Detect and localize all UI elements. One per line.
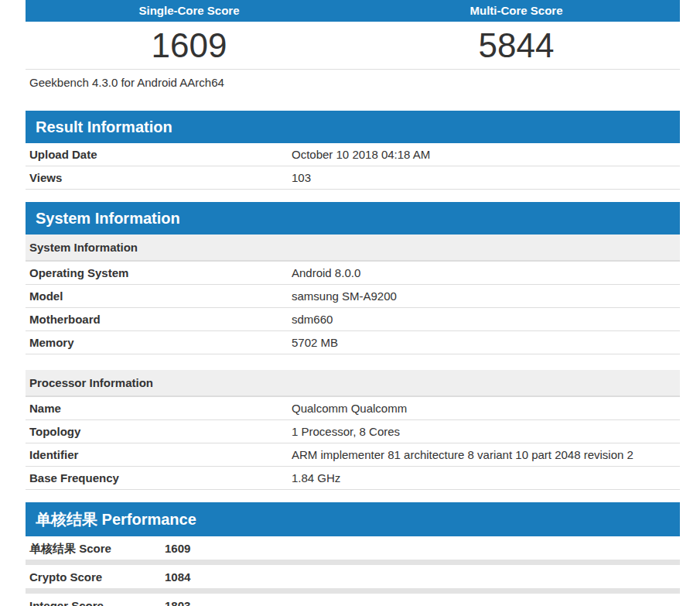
table-row: Base Frequency 1.84 GHz [26,467,680,490]
row-value: 1609 [165,540,676,556]
row-value: 1.84 GHz [292,470,676,486]
row-label: Topology [29,423,292,440]
row-label: Operating System [29,265,292,281]
result-page: Single-Core Score Multi-Core Score 1609 … [26,0,680,606]
multi-core-score-header: Multi-Core Score [353,0,680,22]
table-row: Motherboard sdm660 [26,308,680,331]
score-banner-header: Single-Core Score Multi-Core Score [26,0,680,22]
row-label: Motherboard [29,311,292,327]
row-label: Crypto Score [29,569,165,585]
system-information-subheader: System Information [26,235,680,262]
single-core-score-value: 1609 [26,22,353,69]
row-value: Qualcomm Qualcomm [292,400,676,416]
table-row: Name Qualcomm Qualcomm [26,397,680,420]
row-value: 1803 [165,597,676,606]
row-value: October 10 2018 04:18 AM [292,146,676,163]
geekbench-version-caption: Geekbench 4.3.0 for Android AArch64 [26,70,680,95]
row-value: samsung SM-A9200 [292,288,676,304]
processor-information-subheader: Processor Information [26,370,680,397]
single-core-score-header: Single-Core Score [26,0,353,22]
table-row: Memory 5702 MB [26,331,680,354]
result-information-table: Upload Date October 10 2018 04:18 AM Vie… [26,143,680,190]
system-information-header: System Information [26,202,680,235]
table-row: Integer Score 1803 [26,594,680,606]
table-row: Crypto Score 1084 [26,565,680,594]
row-label: Views [29,169,292,186]
row-label: Model [29,288,292,304]
multi-core-score-value: 5844 [353,22,680,69]
table-row: Upload Date October 10 2018 04:18 AM [26,143,680,166]
single-core-performance-header: 单核结果 Performance [26,502,680,536]
performance-table: 单核结果 Score 1609 Crypto Score 1084 Intege… [26,536,680,606]
processor-information-table: Name Qualcomm Qualcomm Topology 1 Proces… [26,397,680,490]
row-label: Integer Score [29,597,165,606]
row-value: ARM implementer 81 architecture 8 varian… [292,447,676,463]
table-row: Model samsung SM-A9200 [26,285,680,308]
table-row: 单核结果 Score 1609 [26,536,680,565]
row-label: Identifier [29,447,292,463]
table-row: Views 103 [26,166,680,190]
row-value: Android 8.0.0 [292,265,676,281]
row-value: 5702 MB [292,334,676,351]
result-information-header: Result Information [26,111,680,143]
system-information-table: Operating System Android 8.0.0 Model sam… [26,262,680,354]
score-banner-values: 1609 5844 [26,22,680,70]
row-value: 103 [292,169,676,186]
row-value: 1 Processor, 8 Cores [292,423,676,440]
row-label: Upload Date [29,146,292,163]
table-row: Topology 1 Processor, 8 Cores [26,420,680,443]
row-label: Base Frequency [29,470,292,486]
row-value: sdm660 [292,311,676,327]
row-value: 1084 [165,569,676,585]
row-label: Name [29,400,292,416]
table-row: Identifier ARM implementer 81 architectu… [26,443,680,467]
table-row: Operating System Android 8.0.0 [26,262,680,285]
row-label: 单核结果 Score [29,540,165,556]
row-label: Memory [29,334,292,351]
